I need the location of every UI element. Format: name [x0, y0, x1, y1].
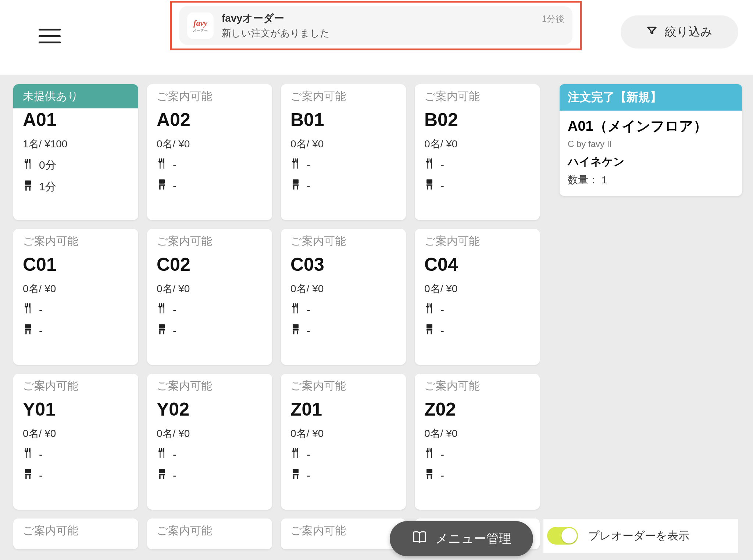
- svg-rect-4: [25, 180, 31, 184]
- svg-rect-49: [427, 474, 432, 475]
- svg-rect-40: [159, 469, 165, 473]
- table-guest-amount: 0名/ ¥0: [424, 282, 530, 296]
- table-guest-amount: 0名/ ¥0: [23, 282, 129, 296]
- table-card[interactable]: ご案内可能Z010名/ ¥0--: [281, 374, 406, 510]
- preorder-toggle[interactable]: [547, 527, 578, 545]
- table-card[interactable]: ご案内可能C040名/ ¥0--: [415, 229, 540, 365]
- table-status: ご案内可能: [13, 374, 138, 398]
- table-seat-time: -: [307, 180, 310, 192]
- table-status: ご案内可能: [281, 84, 406, 108]
- fork-knife-icon: [290, 447, 301, 462]
- table-seat-row: -: [290, 468, 396, 482]
- fork-knife-icon: [290, 302, 301, 317]
- table-card-body: C020名/ ¥0--: [147, 253, 272, 346]
- table-meal-row: -: [424, 158, 530, 172]
- filter-button[interactable]: 絞り込み: [621, 15, 738, 49]
- notification-time: 1分後: [542, 13, 564, 25]
- seat-icon: [157, 179, 167, 193]
- filter-label: 絞り込み: [665, 24, 713, 40]
- table-card-body: Y010名/ ¥0--: [13, 398, 138, 491]
- notification-body: 新しい注文がありました: [222, 27, 534, 40]
- svg-rect-29: [293, 329, 299, 330]
- fork-knife-icon: [23, 302, 33, 317]
- order-card[interactable]: 注文完了【新規】 A01（メインフロア） C by favy II ハイネケン …: [560, 84, 742, 196]
- svg-rect-51: [431, 475, 432, 479]
- table-card[interactable]: ご案内可能C030名/ ¥0--: [281, 229, 406, 365]
- table-card[interactable]: ご案内可能Y010名/ ¥0--: [13, 374, 138, 510]
- table-guest-amount: 0名/ ¥0: [157, 427, 263, 441]
- table-meal-row: -: [424, 302, 530, 317]
- fork-knife-icon: [424, 447, 435, 462]
- table-seat-row: -: [23, 323, 129, 338]
- table-card[interactable]: ご案内可能B020名/ ¥0--: [415, 84, 540, 220]
- seat-icon: [23, 323, 33, 338]
- table-meal-row: -: [290, 158, 396, 172]
- table-card[interactable]: ご案内可能C020名/ ¥0--: [147, 229, 272, 365]
- table-card-body: B010名/ ¥0--: [281, 108, 406, 201]
- table-card[interactable]: 未提供ありA011名/ ¥1000分1分: [13, 84, 138, 220]
- table-guest-amount: 0名/ ¥0: [290, 282, 396, 296]
- menu-management-button[interactable]: メニュー管理: [390, 521, 533, 556]
- seat-icon: [23, 468, 33, 482]
- svg-rect-43: [163, 475, 164, 479]
- table-card[interactable]: ご案内可能C010名/ ¥0--: [13, 229, 138, 365]
- table-seat-row: -: [157, 179, 263, 193]
- table-name: B01: [290, 109, 396, 130]
- table-grid: 未提供ありA011名/ ¥1000分1分ご案内可能A020名/ ¥0--ご案内可…: [13, 84, 547, 549]
- svg-rect-31: [297, 330, 298, 334]
- table-seat-row: -: [290, 179, 396, 193]
- table-seat-row: -: [23, 468, 129, 482]
- svg-rect-7: [29, 187, 30, 190]
- table-card-body: C030名/ ¥0--: [281, 253, 406, 346]
- order-item-name: ハイネケン: [568, 154, 734, 169]
- table-card[interactable]: ご案内可能A020名/ ¥0--: [147, 84, 272, 220]
- table-card[interactable]: ご案内可能Z020名/ ¥0--: [415, 374, 540, 510]
- book-icon: [412, 531, 427, 547]
- svg-rect-39: [29, 475, 30, 479]
- svg-rect-33: [427, 329, 432, 330]
- table-card-body: B020名/ ¥0--: [415, 108, 540, 201]
- seat-icon: [424, 179, 435, 193]
- table-meal-time: -: [440, 304, 444, 316]
- table-seat-time: -: [440, 324, 444, 337]
- table-meal-row: -: [290, 302, 396, 317]
- svg-rect-10: [159, 186, 160, 189]
- table-guest-amount: 0名/ ¥0: [290, 427, 396, 441]
- table-name: Z02: [424, 399, 530, 420]
- svg-rect-8: [159, 179, 165, 183]
- table-card[interactable]: ご案内可能: [13, 518, 138, 549]
- svg-rect-34: [427, 330, 428, 334]
- table-status: ご案内可能: [13, 229, 138, 253]
- table-guest-amount: 0名/ ¥0: [157, 137, 263, 151]
- seat-icon: [424, 468, 435, 482]
- table-meal-row: -: [23, 302, 129, 317]
- table-card[interactable]: ご案内可能B010名/ ¥0--: [281, 84, 406, 220]
- table-meal-row: -: [23, 447, 129, 462]
- table-seat-row: -: [157, 468, 263, 482]
- table-seat-time: -: [440, 180, 444, 192]
- table-status: ご案内可能: [147, 374, 272, 398]
- seat-icon: [290, 468, 301, 482]
- table-meal-time: -: [307, 304, 310, 316]
- seat-icon: [157, 323, 167, 338]
- table-card[interactable]: ご案内可能Y020名/ ¥0--: [147, 374, 272, 510]
- table-status: ご案内可能: [415, 374, 540, 398]
- table-card[interactable]: ご案内可能: [147, 518, 272, 549]
- fork-knife-icon: [157, 158, 167, 172]
- seat-icon: [290, 179, 301, 193]
- table-seat-row: -: [424, 468, 530, 482]
- menu-button[interactable]: [39, 29, 61, 43]
- svg-rect-30: [293, 330, 294, 334]
- table-status: ご案内可能: [281, 229, 406, 253]
- brand-name: favy: [193, 18, 207, 28]
- table-card[interactable]: ご案内可能: [281, 518, 406, 549]
- table-meal-time: 0分: [39, 158, 56, 173]
- order-table-title: A01（メインフロア）: [568, 116, 734, 136]
- svg-rect-13: [293, 184, 299, 186]
- menu-management-label: メニュー管理: [435, 530, 511, 547]
- svg-rect-25: [159, 329, 165, 330]
- svg-rect-26: [159, 330, 160, 334]
- table-status: ご案内可能: [147, 229, 272, 253]
- table-meal-row: -: [157, 447, 263, 462]
- notification-banner[interactable]: favy オーダー favyオーダー 新しい注文がありました 1分後: [170, 1, 582, 50]
